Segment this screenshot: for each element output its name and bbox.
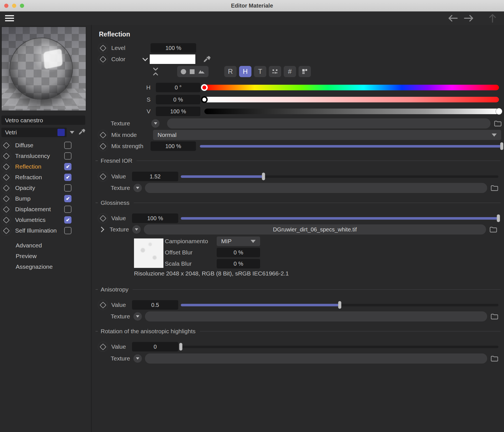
sidebar-channel-diffuse[interactable]: Diffuse xyxy=(0,140,91,151)
offset-blur-input[interactable]: 0 % xyxy=(217,248,260,257)
channel-checkbox[interactable]: ✔ xyxy=(64,163,71,170)
compress-icon[interactable] xyxy=(152,67,159,76)
channel-checkbox[interactable] xyxy=(64,142,71,149)
glossiness-texture-path-field[interactable]: DGruwier_dirt_06_specs_white.tif xyxy=(144,224,486,235)
anisotropy-value-input[interactable]: 0.5 xyxy=(132,300,178,310)
material-preview[interactable] xyxy=(1,27,86,111)
value-brightness-slider-handle[interactable] xyxy=(496,108,502,115)
color-texture-folder-icon[interactable] xyxy=(494,120,502,127)
layer-dropdown-icon[interactable] xyxy=(70,131,74,134)
channel-checkbox[interactable] xyxy=(64,206,71,213)
glossiness-texture-dropdown-button[interactable] xyxy=(132,225,141,234)
menu-icon[interactable] xyxy=(5,15,14,21)
level-value-input[interactable]: 100 % xyxy=(151,43,196,53)
anisotropy-value-diamond-icon[interactable] xyxy=(98,300,108,310)
color-circle-icon[interactable] xyxy=(181,69,186,74)
mix-strength-slider[interactable] xyxy=(200,145,502,148)
value-brightness-slider[interactable] xyxy=(204,109,499,114)
color-mode-button-t[interactable]: T xyxy=(254,66,266,77)
saturation-slider-handle[interactable] xyxy=(201,96,208,103)
rotation-value-diamond-icon[interactable] xyxy=(98,342,108,352)
color-mode-button-r[interactable]: R xyxy=(224,66,237,77)
sidebar-channel-opacity[interactable]: Opacity xyxy=(0,183,91,193)
channel-checkbox[interactable] xyxy=(64,227,71,234)
channel-label[interactable]: Opacity xyxy=(15,185,64,191)
color-swatch[interactable] xyxy=(149,54,196,64)
glossiness-texture-folder-icon[interactable] xyxy=(489,226,497,233)
swatches-mode-button[interactable] xyxy=(299,66,311,77)
mix-strength-diamond-icon[interactable] xyxy=(98,141,108,151)
rotation-texture-dropdown-button[interactable] xyxy=(133,354,142,363)
value-brightness-input[interactable]: 100 % xyxy=(156,107,200,116)
rotation-value-slider[interactable] xyxy=(181,346,498,348)
mix-mode-dropdown[interactable]: Normal xyxy=(153,130,501,140)
sidebar-channel-volumetrics[interactable]: Volumetrics✔ xyxy=(0,215,91,225)
hue-slider[interactable] xyxy=(204,85,499,90)
rotation-value-input[interactable]: 0 xyxy=(132,342,178,351)
level-param-diamond-icon[interactable] xyxy=(98,43,108,53)
anisotropy-texture-dropdown-button[interactable] xyxy=(133,312,142,321)
glossiness-texture-expander-icon[interactable] xyxy=(99,227,104,232)
rotation-texture-path-field[interactable] xyxy=(145,353,487,364)
mix-strength-slider-handle[interactable] xyxy=(500,143,503,150)
back-arrow-icon[interactable] xyxy=(448,14,458,22)
sidebar-item-advanced[interactable]: Advanced xyxy=(0,240,91,251)
channel-label[interactable]: Bump xyxy=(15,195,64,202)
sidebar-channel-translucency[interactable]: Translucency xyxy=(0,151,91,161)
fresnel-texture-dropdown-button[interactable] xyxy=(133,184,142,192)
channel-label[interactable]: Self Illumination xyxy=(15,227,64,234)
fresnel-texture-path-field[interactable] xyxy=(145,183,487,193)
scale-blur-input[interactable]: 0 % xyxy=(217,259,260,268)
channel-checkbox[interactable] xyxy=(64,152,71,160)
rotation-slider-handle[interactable] xyxy=(179,343,182,351)
zoom-window-button[interactable] xyxy=(20,4,24,8)
color-texture-dropdown-button[interactable] xyxy=(151,119,159,128)
material-name-input[interactable]: Vetro canestro xyxy=(1,116,85,125)
channel-checkbox[interactable] xyxy=(64,184,71,192)
fresnel-texture-folder-icon[interactable] xyxy=(491,185,498,191)
sampling-dropdown[interactable]: MIP xyxy=(217,236,260,246)
layer-color-swatch[interactable] xyxy=(57,129,65,136)
sidebar-channel-refraction[interactable]: Refraction✔ xyxy=(0,172,91,183)
channel-label[interactable]: Volumetrics xyxy=(15,217,64,223)
sidebar-item-assegnazione[interactable]: Assegnazione xyxy=(0,261,91,272)
rotation-texture-folder-icon[interactable] xyxy=(491,355,498,362)
channel-checkbox[interactable]: ✔ xyxy=(64,195,71,202)
mix-strength-value-input[interactable]: 100 % xyxy=(151,141,196,151)
fresnel-value-input[interactable]: 1.52 xyxy=(132,172,178,181)
glossiness-value-slider[interactable] xyxy=(181,217,498,220)
texture-thumbnail[interactable] xyxy=(134,238,163,268)
color-mode-button-hex[interactable]: # xyxy=(284,66,296,77)
fresnel-slider-handle[interactable] xyxy=(262,173,265,180)
hue-slider-handle[interactable] xyxy=(201,84,208,91)
channel-checkbox[interactable]: ✔ xyxy=(64,216,71,224)
color-texture-path-field[interactable] xyxy=(167,118,491,128)
mixer-mode-button[interactable] xyxy=(269,66,281,77)
color-eyedropper-icon[interactable] xyxy=(202,55,211,63)
saturation-value-input[interactable]: 0 % xyxy=(156,95,200,104)
channel-label[interactable]: Diffuse xyxy=(15,142,64,149)
up-arrow-icon[interactable] xyxy=(488,14,497,23)
anisotropy-texture-folder-icon[interactable] xyxy=(491,313,498,320)
sidebar-channel-self-illumination[interactable]: Self Illumination xyxy=(0,225,91,236)
color-chevron-down-icon[interactable] xyxy=(142,56,148,61)
channel-label[interactable]: Refraction xyxy=(15,174,64,181)
color-picker-mode-group[interactable] xyxy=(177,66,209,77)
sidebar-item-preview[interactable]: Preview xyxy=(0,251,91,261)
channel-label[interactable]: Translucency xyxy=(15,153,64,159)
color-square-icon[interactable] xyxy=(190,69,195,74)
close-window-button[interactable] xyxy=(4,4,8,8)
saturation-slider[interactable] xyxy=(204,97,499,102)
anisotropy-slider-handle[interactable] xyxy=(338,301,341,309)
channel-checkbox[interactable]: ✔ xyxy=(64,174,71,181)
sidebar-channel-bump[interactable]: Bump✔ xyxy=(0,193,91,204)
minimize-window-button[interactable] xyxy=(12,4,16,8)
glossiness-value-diamond-icon[interactable] xyxy=(98,213,108,223)
fresnel-value-diamond-icon[interactable] xyxy=(98,171,108,181)
channel-label[interactable]: Reflection xyxy=(15,163,64,170)
glossiness-value-input[interactable]: 100 % xyxy=(132,213,178,223)
sidebar-channel-displacement[interactable]: Displacement xyxy=(0,204,91,215)
sidebar-channel-reflection[interactable]: Reflection✔ xyxy=(0,161,91,172)
color-image-icon[interactable] xyxy=(198,69,205,74)
mix-mode-diamond-icon[interactable] xyxy=(98,130,108,140)
